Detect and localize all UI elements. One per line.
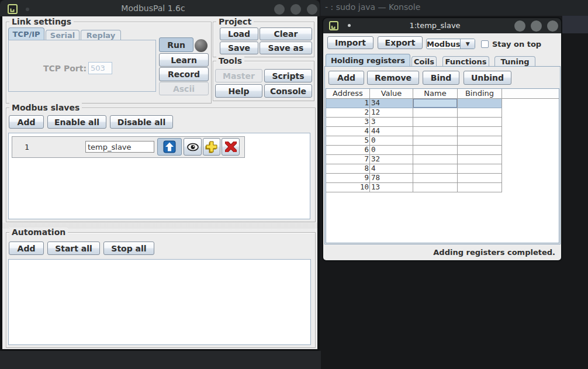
- cell-value[interactable]: 3: [370, 118, 413, 126]
- table-row[interactable]: 84: [326, 164, 502, 174]
- cell-name[interactable]: [413, 174, 458, 182]
- cell-name[interactable]: [413, 183, 458, 192]
- cell-address[interactable]: 8: [326, 164, 370, 173]
- cell-name[interactable]: [413, 127, 458, 136]
- slave-add-register-button[interactable]: [203, 138, 220, 156]
- help-button[interactable]: Help: [215, 84, 262, 98]
- modbus-dropdown[interactable]: Modbus ▼: [426, 39, 475, 49]
- cell-name[interactable]: [413, 118, 458, 126]
- table-row[interactable]: 1013: [326, 183, 502, 192]
- learn-button[interactable]: Learn: [159, 53, 209, 67]
- maximize-button[interactable]: [531, 20, 542, 32]
- col-header-binding[interactable]: Binding: [458, 89, 502, 98]
- cell-value[interactable]: 13: [370, 183, 413, 192]
- minimize-button[interactable]: [274, 4, 285, 15]
- cell-value[interactable]: 0: [370, 136, 413, 145]
- cell-address[interactable]: 4: [326, 127, 370, 136]
- cell-binding[interactable]: [458, 155, 502, 164]
- slave-enable-toggle[interactable]: [157, 138, 182, 156]
- tab-tuning[interactable]: Tuning: [494, 56, 535, 66]
- export-button[interactable]: Export: [378, 36, 423, 49]
- cell-address[interactable]: 5: [326, 136, 370, 145]
- cell-address[interactable]: 6: [326, 146, 370, 154]
- cell-name[interactable]: [413, 108, 458, 117]
- import-button[interactable]: Import: [327, 36, 373, 49]
- tab-serial[interactable]: Serial: [46, 30, 79, 40]
- cell-name[interactable]: [413, 99, 458, 108]
- scripts-button[interactable]: Scripts: [264, 69, 312, 82]
- slave-add-button[interactable]: Add: [9, 115, 44, 129]
- slave-delete-button[interactable]: [222, 138, 240, 156]
- modbuspal-titlebar[interactable]: ModbusPal 1.6c: [0, 0, 320, 16]
- stay-on-top-checkbox[interactable]: [481, 40, 489, 48]
- register-remove-button[interactable]: Remove: [367, 71, 419, 85]
- automation-add-button[interactable]: Add: [9, 242, 44, 255]
- tab-holding-registers[interactable]: Holding registers: [326, 54, 410, 66]
- slave-name-field[interactable]: temp_slave: [85, 141, 154, 153]
- cell-binding[interactable]: [458, 183, 502, 192]
- record-button[interactable]: Record: [159, 67, 209, 81]
- cell-value[interactable]: 0: [370, 146, 413, 154]
- cell-binding[interactable]: [458, 108, 502, 117]
- col-header-address[interactable]: Address: [326, 89, 370, 98]
- tab-tcpip[interactable]: TCP/IP: [8, 27, 44, 40]
- cell-binding[interactable]: [458, 146, 502, 154]
- maximize-button[interactable]: [290, 4, 301, 15]
- cell-name[interactable]: [413, 155, 458, 164]
- table-row[interactable]: 50: [326, 136, 502, 146]
- table-row[interactable]: 444: [326, 127, 502, 136]
- start-all-button[interactable]: Start all: [47, 242, 100, 255]
- close-button[interactable]: [307, 4, 317, 15]
- ascii-button[interactable]: Ascii: [159, 82, 209, 95]
- cell-address[interactable]: 10: [326, 183, 370, 192]
- cell-address[interactable]: 2: [326, 108, 370, 117]
- disable-all-button[interactable]: Disable all: [110, 115, 173, 129]
- cell-value[interactable]: 34: [370, 99, 413, 108]
- tab-replay[interactable]: Replay: [81, 30, 121, 40]
- run-button[interactable]: Run: [159, 37, 193, 52]
- konsole-titlebar[interactable]: - : sudo java — Konsole: [320, 0, 588, 16]
- cell-name[interactable]: [413, 164, 458, 173]
- enable-all-button[interactable]: Enable all: [47, 115, 106, 129]
- register-add-button[interactable]: Add: [328, 71, 364, 85]
- save-button[interactable]: Save: [220, 42, 258, 54]
- cell-binding[interactable]: [458, 118, 502, 126]
- cell-value[interactable]: 44: [370, 127, 413, 136]
- cell-value[interactable]: 12: [370, 108, 413, 117]
- table-row[interactable]: 134: [326, 99, 502, 108]
- slave-view-button[interactable]: [184, 138, 202, 156]
- register-unbind-button[interactable]: Unbind: [464, 71, 511, 85]
- save-as-button[interactable]: Save as: [260, 42, 312, 54]
- cell-address[interactable]: 9: [326, 174, 370, 182]
- table-row[interactable]: 732: [326, 155, 502, 164]
- cell-address[interactable]: 3: [326, 118, 370, 126]
- console-button[interactable]: Console: [264, 84, 312, 98]
- close-button[interactable]: [547, 20, 558, 32]
- cell-binding[interactable]: [458, 164, 502, 173]
- cell-address[interactable]: 7: [326, 155, 370, 164]
- master-button[interactable]: Master: [215, 69, 262, 82]
- slave-window-titlebar[interactable]: 1:temp_slave: [323, 18, 561, 33]
- cell-name[interactable]: [413, 146, 458, 154]
- table-row[interactable]: 978: [326, 174, 502, 183]
- tab-functions[interactable]: Functions: [442, 56, 489, 66]
- cell-binding[interactable]: [458, 127, 502, 136]
- cell-binding[interactable]: [458, 174, 502, 182]
- load-button[interactable]: Load: [220, 27, 258, 40]
- tcp-port-field[interactable]: 503: [88, 62, 112, 74]
- table-row[interactable]: 212: [326, 108, 502, 118]
- cell-value[interactable]: 78: [370, 174, 413, 182]
- minimize-button[interactable]: [514, 20, 525, 32]
- cell-binding[interactable]: [458, 136, 502, 145]
- cell-name[interactable]: [413, 136, 458, 145]
- stop-all-button[interactable]: Stop all: [103, 242, 154, 255]
- clear-button[interactable]: Clear: [260, 27, 312, 40]
- register-bind-button[interactable]: Bind: [423, 71, 459, 85]
- col-header-value[interactable]: Value: [370, 89, 413, 98]
- tab-coils[interactable]: Coils: [411, 56, 437, 66]
- cell-binding[interactable]: [458, 99, 502, 108]
- table-row[interactable]: 60: [326, 146, 502, 155]
- cell-address[interactable]: 1: [326, 99, 370, 108]
- cell-value[interactable]: 32: [370, 155, 413, 164]
- col-header-name[interactable]: Name: [413, 89, 458, 98]
